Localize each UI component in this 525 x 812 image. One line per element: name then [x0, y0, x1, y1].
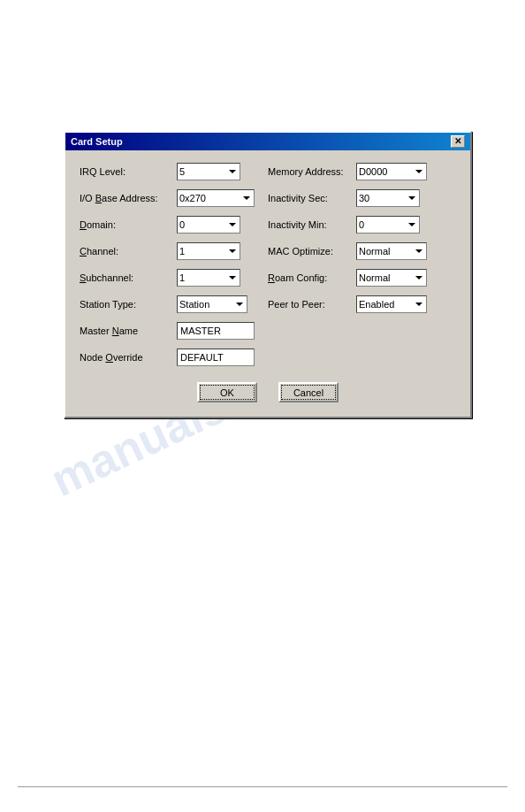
- domain-select[interactable]: 0 1 2: [177, 216, 240, 234]
- io-base-address-label: I/O Base Address:: [80, 193, 177, 203]
- close-button[interactable]: ✕: [451, 135, 465, 148]
- cancel-button[interactable]: Cancel: [278, 382, 339, 402]
- mac-optimize-row: MAC Optimize: Normal Throughput Range: [268, 241, 456, 262]
- domain-row: Domain: 0 1 2: [80, 214, 268, 235]
- subchannel-label: Subchannel:: [80, 272, 177, 283]
- card-setup-dialog: Card Setup ✕ IRQ Level: 5 3 7: [64, 131, 472, 418]
- page-background: manualsmine.com Card Setup ✕ IRQ Level:: [0, 0, 525, 812]
- master-name-input[interactable]: [177, 322, 255, 340]
- channel-select[interactable]: 1 2 3: [177, 242, 240, 260]
- roam-config-label: Roam Config:: [268, 272, 356, 283]
- roam-config-select[interactable]: Normal Slow Fast Custom: [356, 269, 427, 287]
- station-type-label: Station Type:: [80, 299, 177, 310]
- master-name-label: Master Name: [80, 326, 177, 336]
- channel-row: Channel: 1 2 3: [80, 241, 268, 262]
- peer-to-peer-select[interactable]: Enabled Disabled: [356, 295, 427, 313]
- subchannel-select[interactable]: 1 2 3: [177, 269, 240, 287]
- inactivity-min-select[interactable]: 0 1 2 5 10: [356, 216, 420, 234]
- mac-optimize-label: MAC Optimize:: [268, 246, 356, 257]
- io-base-address-row: I/O Base Address: 0x270 0x280 0x290 0x30…: [80, 188, 268, 209]
- memory-address-row: Memory Address: D0000 C8000 CC000 D4000 …: [268, 161, 456, 182]
- mac-optimize-select[interactable]: Normal Throughput Range: [356, 242, 427, 260]
- inactivity-min-row: Inactivity Min: 0 1 2 5 10: [268, 214, 456, 235]
- channel-label: Channel:: [80, 246, 177, 257]
- inactivity-sec-row: Inactivity Sec: 30 10 20 40 60: [268, 188, 456, 209]
- bottom-divider: [18, 786, 507, 787]
- dialog-content: IRQ Level: 5 3 7 10 11 15 I/O B: [65, 150, 470, 417]
- peer-to-peer-label: Peer to Peer:: [268, 299, 356, 310]
- irq-level-select[interactable]: 5 3 7 10 11 15: [177, 163, 240, 180]
- inactivity-min-label: Inactivity Min:: [268, 219, 356, 230]
- inactivity-sec-select[interactable]: 30 10 20 40 60: [356, 189, 420, 207]
- io-base-address-select[interactable]: 0x270 0x280 0x290 0x300: [177, 189, 255, 207]
- master-name-row: Master Name: [80, 320, 268, 341]
- ok-button[interactable]: OK: [197, 382, 257, 402]
- form-right: Memory Address: D0000 C8000 CC000 D4000 …: [268, 161, 456, 373]
- irq-level-row: IRQ Level: 5 3 7 10 11 15: [80, 161, 268, 182]
- peer-to-peer-row: Peer to Peer: Enabled Disabled: [268, 294, 456, 315]
- inactivity-sec-label: Inactivity Sec:: [268, 193, 356, 203]
- buttons-row: OK Cancel: [80, 382, 456, 406]
- domain-label: Domain:: [80, 219, 177, 230]
- form-grid: IRQ Level: 5 3 7 10 11 15 I/O B: [80, 161, 456, 373]
- memory-address-select[interactable]: D0000 C8000 CC000 D4000 D8000: [356, 163, 427, 180]
- node-override-row: Node Override: [80, 347, 268, 368]
- irq-level-label: IRQ Level:: [80, 166, 177, 177]
- dialog-title: Card Setup: [71, 136, 123, 147]
- node-override-input[interactable]: [177, 349, 255, 366]
- subchannel-row: Subchannel: 1 2 3: [80, 267, 268, 288]
- memory-address-label: Memory Address:: [268, 166, 356, 177]
- roam-config-row: Roam Config: Normal Slow Fast Custom: [268, 267, 456, 288]
- dialog-titlebar: Card Setup ✕: [65, 133, 470, 150]
- station-type-row: Station Type: Station Access Point Resid…: [80, 294, 268, 315]
- station-type-select[interactable]: Station Access Point Residential: [177, 295, 247, 313]
- form-left: IRQ Level: 5 3 7 10 11 15 I/O B: [80, 161, 268, 373]
- node-override-label: Node Override: [80, 352, 177, 363]
